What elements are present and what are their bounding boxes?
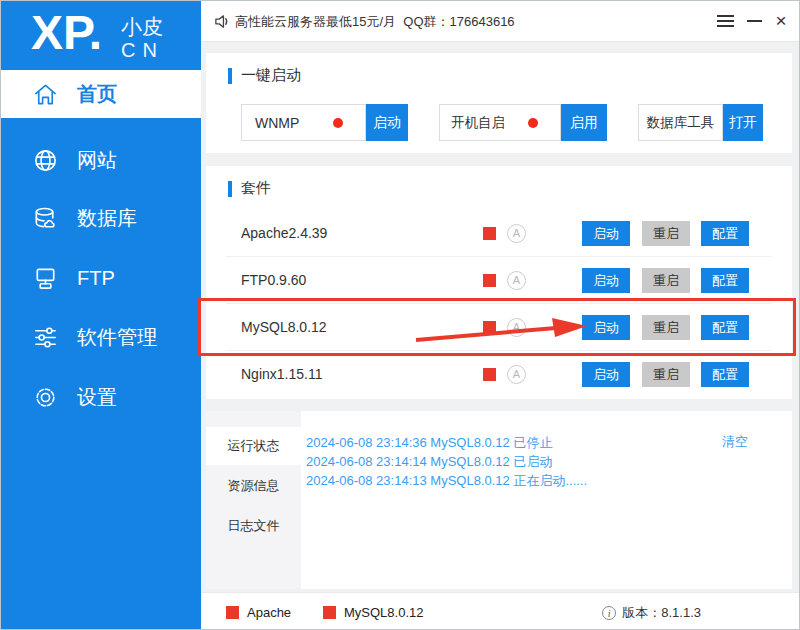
db-tool-open-button[interactable]: 打开 [723, 104, 763, 141]
tab-resource-info[interactable]: 资源信息 [206, 467, 301, 505]
sidebar: XP. 小皮 CN 首页 网站 数据库 FTP [1, 1, 201, 630]
home-icon [30, 79, 60, 109]
globe-icon [30, 146, 60, 176]
restart-button[interactable]: 重启 [642, 362, 690, 387]
gear-icon [30, 383, 60, 413]
sidebar-item-home[interactable]: 首页 [1, 70, 201, 118]
suite-row-apache: Apache2.4.39 A 启动 重启 配置 [226, 210, 772, 257]
legend-label: MySQL8.0.12 [344, 605, 424, 620]
tab-log-files[interactable]: 日志文件 [206, 507, 301, 545]
one-click-card: 一键启动 WNMP 启动 开机自启 启用 数据库工具 [206, 53, 792, 153]
sidebar-item-website[interactable]: 网站 [1, 131, 201, 190]
start-button[interactable]: 启动 [582, 362, 630, 387]
restart-button[interactable]: 重启 [642, 221, 690, 246]
sidebar-item-software[interactable]: 软件管理 [1, 308, 201, 367]
sidebar-item-label: 首页 [77, 81, 117, 108]
log-output: 2024-06-08 23:14:36 MySQL8.0.12 已停止 2024… [306, 433, 587, 490]
autostart-badge[interactable]: A [507, 365, 526, 384]
sidebar-item-settings[interactable]: 设置 [1, 368, 201, 427]
suite-title: 套件 [241, 179, 271, 198]
suite-row-mysql: MySQL8.0.12 A 启动 重启 配置 [226, 304, 772, 351]
service-name: MySQL8.0.12 [241, 304, 327, 351]
logo-text-main: XP. [31, 3, 102, 63]
stopped-square-indicator [483, 368, 496, 381]
suite-row-ftp: FTP0.9.60 A 启动 重启 配置 [226, 257, 772, 304]
stopped-square-indicator [323, 606, 336, 619]
suite-card: 套件 Apache2.4.39 A 启动 重启 配置 FTP0.9.60 A 启… [206, 166, 792, 399]
autostart-label-box: 开机自启 [439, 104, 561, 141]
config-button[interactable]: 配置 [701, 362, 749, 387]
status-bar: Apache MySQL8.0.12 i 版本： 8.1.1.3 [201, 592, 800, 630]
sidebar-item-label: 网站 [77, 147, 117, 174]
version-info: i 版本： 8.1.1.3 [602, 593, 701, 630]
restart-button[interactable]: 重启 [642, 315, 690, 340]
legend-apache: Apache [226, 593, 291, 630]
autostart-enable-button[interactable]: 启用 [561, 104, 607, 141]
autostart-badge[interactable]: A [507, 224, 526, 243]
announcement-text: 高性能云服务器最低15元/月 QQ群：176643616 [235, 1, 515, 42]
autostart-badge[interactable]: A [507, 271, 526, 290]
wnmp-widget: WNMP 启动 [241, 104, 408, 141]
stopped-dot-indicator [333, 118, 343, 128]
wnmp-label: WNMP [255, 115, 299, 131]
sidebar-item-label: FTP [77, 267, 115, 290]
start-button[interactable]: 启动 [582, 221, 630, 246]
phpstudy-window: XP. 小皮 CN 首页 网站 数据库 FTP [0, 0, 800, 630]
suite-header: 套件 [228, 179, 271, 198]
wnmp-start-button[interactable]: 启动 [366, 104, 408, 141]
logs-card: 运行状态 资源信息 日志文件 2024-06-08 23:14:36 MySQL… [206, 411, 792, 589]
log-line: 2024-06-08 23:14:14 MySQL8.0.12 已启动 [306, 452, 587, 471]
one-click-header: 一键启动 [228, 66, 301, 85]
ftp-icon [30, 264, 60, 294]
legend-label: Apache [247, 605, 291, 620]
config-button[interactable]: 配置 [701, 315, 749, 340]
legend-mysql: MySQL8.0.12 [323, 593, 424, 630]
mysql-start-button[interactable]: 启动 [582, 315, 630, 340]
app-logo: XP. 小皮 CN [1, 1, 201, 70]
service-name: FTP0.9.60 [241, 257, 306, 304]
stopped-square-indicator [226, 606, 239, 619]
hamburger-menu-icon[interactable] [717, 15, 734, 28]
log-line: 2024-06-08 23:14:13 MySQL8.0.12 正在启动....… [306, 471, 587, 490]
stopped-dot-indicator [528, 118, 538, 128]
title-bar: 高性能云服务器最低15元/月 QQ群：176643616 × [201, 1, 800, 42]
sliders-icon [30, 323, 60, 353]
sidebar-item-database[interactable]: 数据库 [1, 189, 201, 248]
config-button[interactable]: 配置 [701, 221, 749, 246]
database-icon [30, 204, 60, 234]
one-click-title: 一键启动 [241, 66, 301, 85]
logo-text-cn: CN [121, 39, 164, 62]
logo-text-brand: 小皮 [121, 13, 163, 41]
db-tool-label-box: 数据库工具 [638, 104, 723, 141]
autostart-badge[interactable]: A [507, 318, 526, 337]
config-button[interactable]: 配置 [701, 268, 749, 293]
version-label: 版本： [622, 604, 661, 622]
tab-run-status[interactable]: 运行状态 [206, 427, 301, 465]
logs-tab-column: 运行状态 资源信息 日志文件 [206, 411, 301, 589]
sidebar-item-ftp[interactable]: FTP [1, 249, 201, 308]
close-icon[interactable]: × [772, 9, 790, 33]
sidebar-item-label: 设置 [77, 384, 117, 411]
db-tool-label: 数据库工具 [647, 114, 715, 132]
minimize-icon[interactable] [747, 20, 762, 22]
wnmp-label-box: WNMP [241, 104, 366, 141]
clear-log-link[interactable]: 清空 [722, 433, 748, 451]
db-tool-widget: 数据库工具 打开 [638, 104, 763, 141]
main-panel: 高性能云服务器最低15元/月 QQ群：176643616 × 一键启动 WNMP… [201, 1, 800, 630]
speaker-icon [214, 13, 231, 30]
log-line: 2024-06-08 23:14:36 MySQL8.0.12 已停止 [306, 433, 587, 452]
start-button[interactable]: 启动 [582, 268, 630, 293]
sidebar-item-label: 数据库 [77, 205, 137, 232]
stopped-square-indicator [483, 321, 496, 334]
autostart-widget: 开机自启 启用 [439, 104, 607, 141]
info-icon: i [602, 606, 616, 620]
restart-button[interactable]: 重启 [642, 268, 690, 293]
suite-row-nginx: Nginx1.15.11 A 启动 重启 配置 [226, 351, 772, 398]
service-name: Nginx1.15.11 [241, 351, 322, 398]
section-accent-bar [228, 181, 232, 197]
sidebar-item-label: 软件管理 [77, 324, 157, 351]
service-name: Apache2.4.39 [241, 210, 327, 257]
stopped-square-indicator [483, 227, 496, 240]
stopped-square-indicator [483, 274, 496, 287]
section-accent-bar [228, 68, 232, 84]
